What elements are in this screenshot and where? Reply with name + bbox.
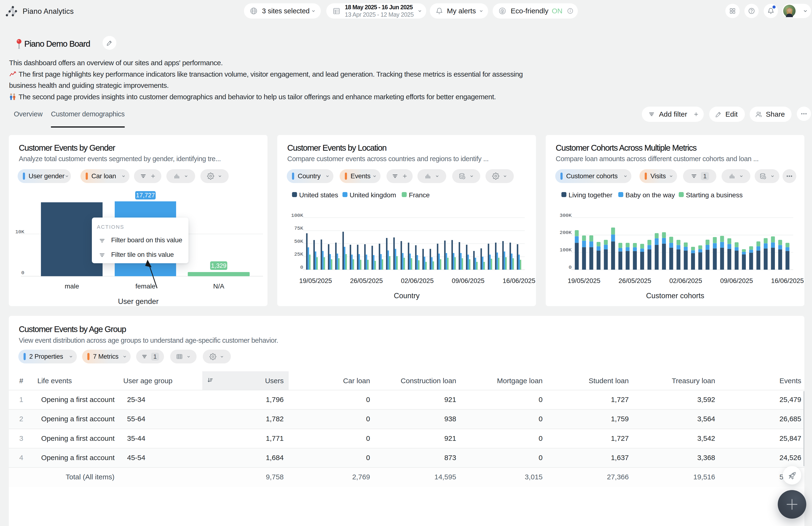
svg-text:09/06/2025: 09/06/2025 <box>720 277 753 284</box>
svg-text:0: 0 <box>568 265 571 270</box>
svg-text:100K: 100K <box>560 247 572 253</box>
svg-text:16/06/2025: 16/06/2025 <box>771 277 804 284</box>
svg-text:User gender: User gender <box>118 297 159 306</box>
svg-text:16/06/2025: 16/06/2025 <box>503 277 535 284</box>
svg-text:10K: 10K <box>15 229 24 235</box>
svg-text:75K: 75K <box>294 225 303 231</box>
svg-text:1,329: 1,329 <box>211 262 226 269</box>
svg-text:Country: Country <box>394 292 420 300</box>
svg-text:09/06/2025: 09/06/2025 <box>452 277 484 284</box>
svg-text:02/06/2025: 02/06/2025 <box>669 277 702 284</box>
svg-text:0: 0 <box>21 270 24 276</box>
svg-text:100K: 100K <box>291 213 303 218</box>
svg-text:26/05/2025: 26/05/2025 <box>350 277 383 284</box>
svg-text:N/A: N/A <box>213 282 224 290</box>
svg-text:17,727: 17,727 <box>136 192 155 199</box>
svg-text:male: male <box>65 282 79 290</box>
svg-text:50K: 50K <box>294 239 303 244</box>
svg-text:300K: 300K <box>560 213 572 218</box>
svg-text:Customer cohorts: Customer cohorts <box>646 292 705 300</box>
svg-text:25K: 25K <box>294 252 303 257</box>
svg-text:26/05/2025: 26/05/2025 <box>619 277 651 284</box>
svg-text:19/05/2025: 19/05/2025 <box>299 277 332 284</box>
svg-text:200K: 200K <box>560 230 572 235</box>
svg-text:02/06/2025: 02/06/2025 <box>401 277 434 284</box>
svg-text:0: 0 <box>300 265 303 270</box>
svg-text:19/05/2025: 19/05/2025 <box>568 277 600 284</box>
